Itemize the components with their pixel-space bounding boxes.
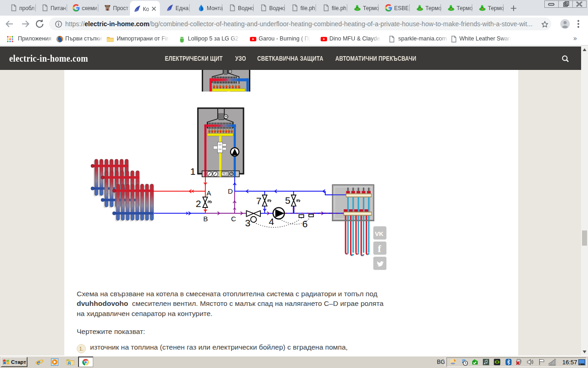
svg-text:e: e: [37, 358, 40, 366]
svg-text:f: f: [378, 243, 382, 254]
svg-text:5: 5: [285, 195, 291, 206]
svg-text:D: D: [228, 187, 233, 195]
svg-text:4: 4: [269, 216, 274, 227]
svg-text:1: 1: [190, 166, 196, 177]
svg-text:B: B: [204, 215, 208, 223]
svg-text:75 oC: 75 oC: [222, 172, 229, 175]
svg-text:2: 2: [196, 198, 201, 209]
svg-text:A: A: [207, 189, 211, 197]
svg-text:C: C: [231, 215, 236, 223]
svg-text:VK: VK: [375, 230, 384, 237]
svg-text:6: 6: [302, 218, 308, 229]
svg-text:7: 7: [256, 196, 262, 206]
svg-text:3: 3: [245, 218, 251, 228]
